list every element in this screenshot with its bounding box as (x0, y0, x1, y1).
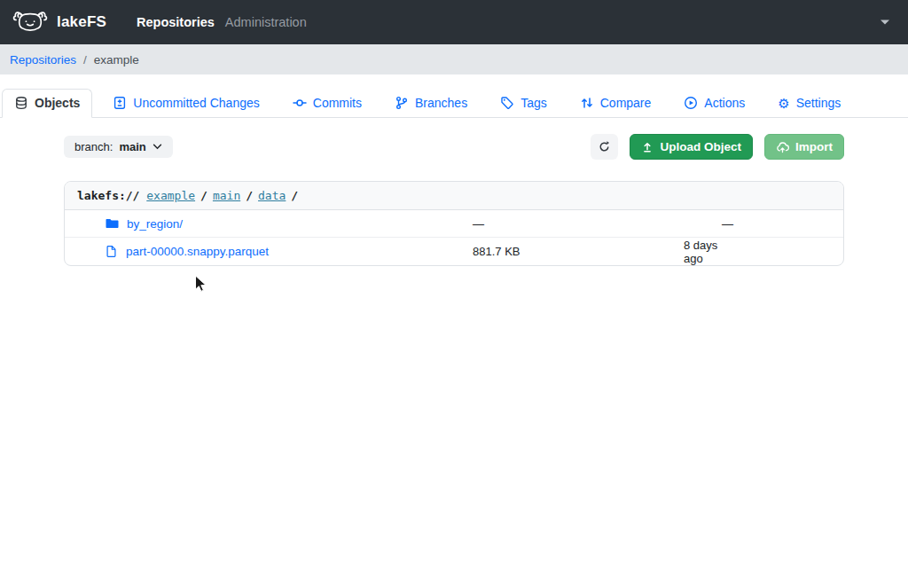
tab-tags[interactable]: Tags (488, 89, 560, 118)
tab-label: Tags (521, 96, 547, 110)
tab-objects[interactable]: Objects (2, 89, 92, 118)
import-button[interactable]: Import (764, 134, 844, 160)
breadcrumb: Repositories / example (0, 44, 908, 74)
uri-branch-link[interactable]: main (213, 189, 240, 202)
nav-item-administration[interactable]: Administration (225, 15, 307, 29)
tab-branches[interactable]: Branches (382, 89, 480, 118)
tab-label: Commits (313, 96, 362, 110)
tab-uncommitted-changes[interactable]: Uncommitted Changes (100, 89, 271, 118)
uri-separator: / (195, 189, 213, 202)
brand-title: lakeFS (57, 13, 106, 31)
table-row-file[interactable]: part-00000.snappy.parquet 881.7 KB 8 day… (65, 238, 843, 265)
repository-tab-bar: Objects Uncommitted Changes Commits (0, 89, 908, 118)
uri-separator: / (240, 189, 258, 202)
breadcrumb-current-repo: example (94, 53, 139, 67)
tab-compare[interactable]: Compare (568, 89, 664, 118)
tab-label: Actions (704, 96, 745, 110)
breadcrumb-separator: / (83, 53, 87, 67)
tab-settings[interactable]: ⚙ Settings (765, 89, 853, 118)
tab-label: Branches (415, 96, 467, 110)
upload-icon (641, 141, 654, 153)
tab-label: Settings (796, 96, 841, 110)
uri-separator: / (286, 189, 298, 202)
top-navbar: lakeFS Repositories Administration (0, 0, 908, 44)
object-name-cell: part-00000.snappy.parquet (65, 245, 473, 258)
objects-toolbar: branch: main Upload Object (64, 134, 844, 160)
database-icon (14, 96, 28, 110)
upload-object-label: Upload Object (660, 140, 741, 153)
tag-icon (500, 96, 514, 110)
play-circle-icon (684, 96, 698, 110)
lakefs-logo-icon (12, 8, 48, 36)
object-browser: lakefs:// example / main / data / by_reg… (64, 181, 844, 266)
tab-label: Uncommitted Changes (133, 96, 259, 110)
refresh-button[interactable] (591, 134, 618, 160)
breadcrumb-repositories-link[interactable]: Repositories (10, 53, 76, 67)
uri-repo-link[interactable]: example (146, 189, 195, 202)
compare-icon (580, 96, 594, 110)
user-menu-caret-icon[interactable] (874, 15, 896, 29)
object-modified-cell: 8 days ago (684, 239, 843, 265)
branch-icon (395, 96, 409, 110)
object-size-cell: — (473, 217, 684, 231)
chevron-down-icon (153, 144, 162, 150)
commit-icon (293, 96, 307, 110)
folder-icon (105, 216, 119, 231)
tab-commits[interactable]: Commits (280, 89, 374, 118)
branch-selector-label: branch: (74, 140, 113, 153)
refresh-icon (598, 140, 611, 153)
tab-actions[interactable]: Actions (671, 89, 757, 118)
tab-label: Compare (600, 96, 652, 110)
import-label: Import (795, 140, 833, 153)
nav-item-repositories[interactable]: Repositories (137, 15, 215, 29)
branch-selector[interactable]: branch: main (64, 136, 173, 158)
table-row-folder[interactable]: by_region/ — — (65, 210, 843, 238)
object-modified-cell: — (684, 217, 843, 231)
upload-object-button[interactable]: Upload Object (630, 134, 753, 160)
cloud-upload-icon (776, 141, 789, 153)
mouse-cursor (194, 275, 207, 294)
object-name-cell: by_region/ (65, 216, 473, 231)
file-icon (105, 245, 118, 258)
branch-selector-value: main (119, 140, 145, 153)
object-link[interactable]: part-00000.snappy.parquet (126, 245, 269, 258)
uri-scheme: lakefs:// (77, 189, 139, 202)
uri-folder-link[interactable]: data (258, 189, 286, 202)
object-link[interactable]: by_region/ (127, 217, 183, 231)
toolbar-actions: Upload Object Import (591, 134, 844, 160)
object-uri-bar: lakefs:// example / main / data / (65, 182, 843, 210)
tab-label: Objects (35, 96, 80, 110)
file-diff-icon (113, 96, 127, 110)
gear-icon: ⚙ (778, 97, 789, 110)
object-size-cell: 881.7 KB (473, 245, 684, 258)
